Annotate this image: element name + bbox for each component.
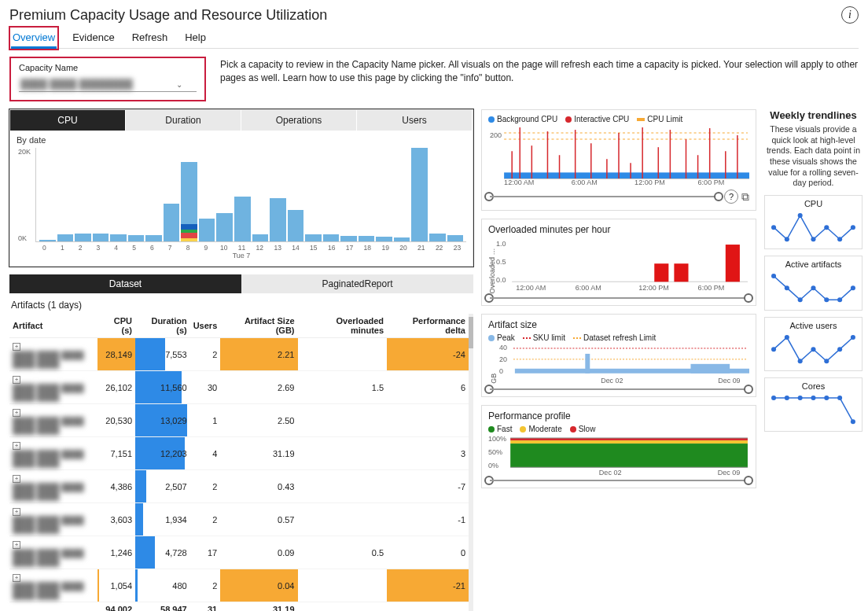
tab-overview[interactable]: Overview [11,28,57,48]
cpu-timeline-chart[interactable]: 200 12:00 AM 6:00 AM 12:00 PM 6:00 PM [488,123,749,186]
svg-point-74 [798,359,803,363]
svg-text:0.5: 0.5 [496,259,506,267]
overloaded-chart[interactable]: 1.0 0.5 0.0 12:00 AM 6:00 AM 12:00 PM 6:… [496,238,749,293]
svg-text:Dec 02: Dec 02 [599,469,622,477]
table-row[interactable]: +████ ████ ████████ ████ 3,603 1,934 2 0… [9,503,469,536]
table-row[interactable]: +████ ████ ████████ ████ 7,151 12,203 4 … [9,437,469,470]
table-scrollbar[interactable] [469,314,473,611]
svg-text:12:00 AM: 12:00 AM [504,179,534,186]
legend-sku: SKU limit [533,333,565,342]
svg-text:6:00 PM: 6:00 PM [698,285,725,293]
ds-tab-dataset[interactable]: Dataset [9,274,241,293]
legend-ia-cpu: Interactive CPU [574,115,629,123]
svg-point-81 [798,396,803,400]
legend-fast: Fast [497,425,512,433]
col-size[interactable]: Artifact Size (GB) [220,314,297,338]
table-row[interactable]: +████ ████ ████████ ████ 1,246 4,728 17 … [9,536,469,569]
col-cpu[interactable]: CPU (s) [97,314,135,338]
svg-point-61 [811,237,815,241]
tab-refresh[interactable]: Refresh [131,28,170,48]
weekly-desc: These visuals provide a quick look at hi… [764,124,862,189]
svg-rect-33 [726,245,740,282]
spark-active-users[interactable]: Active users [764,317,862,371]
table-row[interactable]: +████ ████ ████████ ████ 20,530 13,029 1… [9,404,469,437]
metric-tab-operations[interactable]: Operations [241,110,357,131]
table-row[interactable]: +████ ████ ████████ ████ 28,149 7,553 2 … [9,338,469,371]
help-icon[interactable]: ? [724,190,738,204]
expand-icon[interactable]: + [13,409,20,417]
svg-point-85 [851,419,855,424]
spark-active-artifacts[interactable]: Active artifacts [764,256,862,310]
svg-text:0%: 0% [488,462,498,469]
expand-icon[interactable]: + [13,508,20,516]
capacity-picker-value: ████ ████ ████████ [20,79,133,90]
total-cpu: 94,002 [97,602,135,612]
expand-icon[interactable]: + [13,574,20,582]
help-text: Pick a capacity to review in the Capacit… [220,57,859,85]
artifact-size-slider[interactable] [488,388,749,390]
ds-tab-paginated[interactable]: PaginatedReport [241,274,473,293]
col-duration[interactable]: Duration (s) [135,314,190,338]
weekly-head: Weekly trendlines [764,109,862,121]
svg-text:12:00 AM: 12:00 AM [516,285,546,293]
artifact-size-chart[interactable]: 40 20 0 Dec 02 Dec 09 [499,342,749,385]
svg-point-73 [785,335,789,340]
legend-peak: Peak [497,333,515,342]
svg-text:12:00 PM: 12:00 PM [634,179,665,186]
table-row[interactable]: +████ ████ ████████ ████ 1,054 480 2 0.0… [9,569,469,602]
expand-icon[interactable]: + [13,475,20,483]
svg-rect-53 [510,444,748,467]
overloaded-title: Overloaded minutes per hour [488,224,749,235]
capacity-picker-select[interactable]: ████ ████ ████████ ⌄ [19,77,197,92]
col-users[interactable]: Users [190,314,221,338]
tab-help[interactable]: Help [183,28,208,48]
col-artifact[interactable]: Artifact [9,314,97,338]
total-users: 31 [190,602,221,612]
svg-text:200: 200 [490,131,502,139]
page-tabs: Overview Evidence Refresh Help [9,27,859,49]
performance-chart[interactable]: 100% 50% 0% Dec 02 Dec 09 [488,433,749,477]
svg-rect-45 [690,364,730,374]
artifacts-table: Artifact CPU (s) Duration (s) Users Arti… [9,314,469,611]
spark-cores[interactable]: Cores [764,377,862,432]
svg-text:50%: 50% [488,448,502,456]
overloaded-slider[interactable] [488,297,749,299]
expand-icon[interactable]: + [13,376,20,384]
performance-slider[interactable] [488,480,749,481]
metric-tab-cpu[interactable]: CPU [10,110,126,131]
artifacts-title: Artifacts (1 days) [11,300,473,311]
spark-cpu[interactable]: CPU [764,195,862,249]
col-perf[interactable]: Performance delta [387,314,469,338]
svg-text:Dec 09: Dec 09 [718,377,740,385]
metric-tab-users[interactable]: Users [357,110,473,131]
svg-point-84 [837,396,842,400]
expand-icon[interactable]: + [13,442,20,450]
artifact-size-card: Artifact size Peak SKU limit Dataset ref… [481,314,756,397]
svg-text:6:00 AM: 6:00 AM [576,285,601,293]
legend-slow: Slow [579,425,596,433]
expand-icon[interactable]: + [13,541,20,549]
svg-point-83 [824,396,829,400]
metric-tab-duration[interactable]: Duration [126,110,241,131]
table-row[interactable]: +████ ████ ████████ ████ 26,102 11,560 3… [9,371,469,404]
col-overloaded[interactable]: Overloaded minutes [298,314,388,338]
tab-evidence[interactable]: Evidence [71,28,116,48]
expand-icon[interactable]: + [13,343,20,351]
table-row[interactable]: +████ ████ ████████ ████ 4,386 2,507 2 0… [9,470,469,503]
svg-point-76 [824,359,829,363]
svg-text:40: 40 [499,344,507,352]
svg-text:100%: 100% [488,435,506,443]
chevron-down-icon: ⌄ [176,80,182,89]
svg-text:Dec 02: Dec 02 [601,377,623,385]
cpu-timeline-slider[interactable]: ? ⧉ [488,190,749,204]
svg-point-79 [771,396,776,400]
svg-point-66 [785,285,789,290]
svg-point-72 [771,347,776,352]
svg-rect-52 [510,440,748,444]
svg-point-78 [851,335,855,340]
by-date-xcaption: Tue 7 [17,252,466,259]
copy-icon[interactable]: ⧉ [741,190,749,204]
spark-title: CPU [770,199,857,208]
by-date-chart[interactable] [35,148,466,242]
info-icon[interactable]: i [841,6,859,24]
